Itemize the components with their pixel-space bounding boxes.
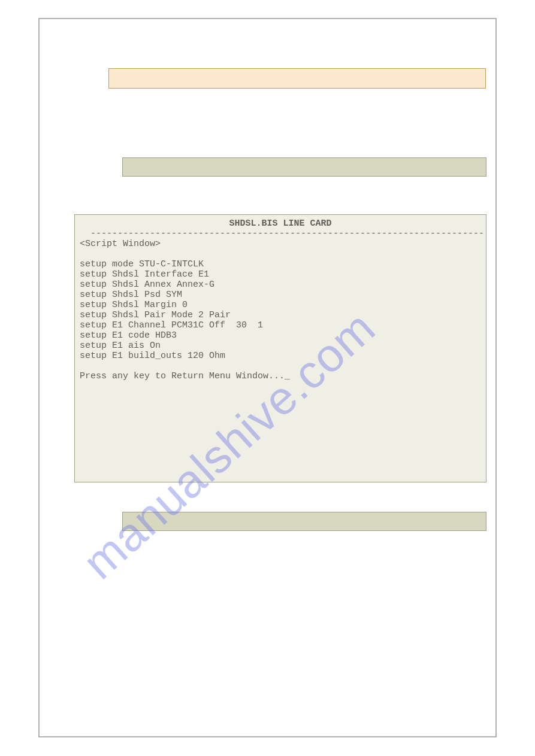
terminal-line: setup E1 build_outs 120 Ohm [80, 351, 225, 361]
terminal-line: setup E1 ais On [80, 341, 161, 351]
page-header-bar [108, 68, 486, 89]
terminal-section-label: <Script Window> [80, 239, 161, 249]
terminal-line: setup Shdsl Interface E1 [80, 269, 209, 280]
terminal-line: setup E1 Channel PCM31C Off 30 1 [80, 320, 263, 330]
terminal-screenshot: SHDSL.BIS LINE CARD --------------------… [74, 214, 486, 482]
section-header-1 [122, 157, 486, 177]
document-page: SHDSL.BIS LINE CARD --------------------… [38, 18, 497, 737]
terminal-prompt: Press any key to Return Menu Window..._ [80, 371, 290, 381]
terminal-line: setup mode STU-C-INTCLK [80, 259, 204, 269]
terminal-rule: ----------------------------------------… [90, 229, 484, 239]
terminal-line: setup Shdsl Margin 0 [80, 300, 188, 310]
terminal-line: setup Shdsl Psd SYM [80, 290, 182, 300]
section-header-2 [122, 512, 486, 531]
terminal-title: SHDSL.BIS LINE CARD [80, 218, 481, 229]
terminal-line: setup Shdsl Annex Annex-G [80, 280, 214, 290]
terminal-line: setup Shdsl Pair Mode 2 Pair [80, 310, 231, 320]
terminal-line: setup E1 code HDB3 [80, 330, 177, 341]
